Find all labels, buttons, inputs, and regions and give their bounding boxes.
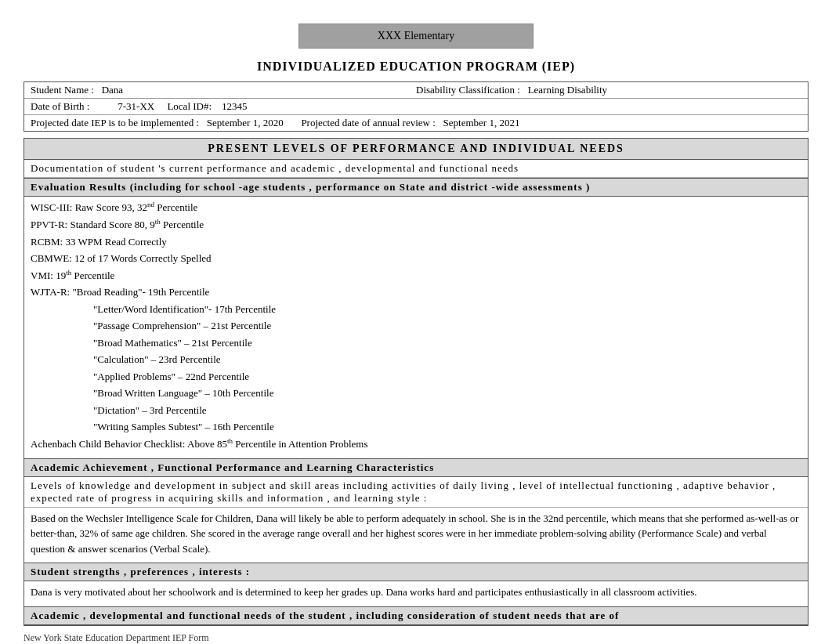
- strengths-subheader-text: Student strengths , preferences , intere…: [31, 566, 250, 577]
- eval-line-3: RCBM: 33 WPM Read Correctly: [31, 234, 801, 250]
- eval-line-10: "Calculation" – 23rd Percentile: [31, 352, 801, 367]
- projected-review-value: September 1, 2021: [443, 117, 520, 128]
- present-levels-title: PRESENT LEVELS OF PERFORMANCE AND INDIVI…: [24, 139, 808, 160]
- strengths-body-text: Dana is very motivated about her schoolw…: [31, 584, 801, 600]
- eval-line-1: WISC-III: Raw Score 93, 32nd Percentile: [31, 200, 801, 215]
- present-levels-section: PRESENT LEVELS OF PERFORMANCE AND INDIVI…: [24, 138, 808, 626]
- dob-cell: Date of Birth : 7-31-XX Local ID#: 12345: [31, 100, 801, 113]
- eval-line-9: "Broad Mathematics" – 21st Percentile: [31, 335, 801, 351]
- dob-value: 7-31-XX: [118, 100, 154, 112]
- eval-line-8: "Passage Comprehension" – 21st Percentil…: [31, 318, 801, 334]
- student-row-1: Student Name : Dana Disability Classific…: [24, 82, 808, 99]
- student-name-label: Student Name :: [31, 84, 94, 96]
- academic-levels-subheader: Levels of knowledge and development in s…: [24, 477, 808, 508]
- school-name-bar: XXX Elementary: [24, 24, 808, 49]
- disability-label: Disability Classification :: [416, 84, 520, 96]
- academic-levels-text: Levels of knowledge and development in s…: [31, 479, 776, 504]
- disability-cell: Disability Classification : Learning Dis…: [416, 84, 801, 96]
- eval-line-12: "Broad Written Language" – 10th Percenti…: [31, 385, 801, 401]
- academic-subheader-text: Academic Achievement , Functional Perfor…: [31, 461, 434, 473]
- local-id-label: Local ID#:: [167, 100, 212, 112]
- eval-line-11: "Applied Problems" – 22nd Percentile: [31, 369, 801, 385]
- eval-line-7: "Letter/Word Identification"- 17th Perce…: [31, 302, 801, 317]
- academic-body-text: Based on the Wechsler Intelligence Scale…: [31, 511, 801, 557]
- local-id-value: 12345: [222, 100, 248, 112]
- eval-line-5: VMI: 19th Percentile: [31, 268, 801, 284]
- doc-subheader: Documentation of student 's current perf…: [24, 160, 808, 178]
- eval-body: WISC-III: Raw Score 93, 32nd Percentile …: [24, 197, 808, 458]
- iep-title: INDIVIDUALIZED EDUCATION PROGRAM (IEP): [24, 60, 808, 74]
- strengths-body: Dana is very motivated about her schoolw…: [24, 581, 808, 606]
- academic-functional-text: Academic , developmental and functional …: [31, 610, 619, 621]
- eval-line-4: CBMWE: 12 of 17 Words Correctly Spelled: [31, 251, 801, 266]
- disability-value: Learning Disability: [528, 84, 607, 96]
- dob-label: Date of Birth :: [31, 100, 89, 112]
- eval-subheader: Evaluation Results (including for school…: [24, 178, 808, 197]
- eval-line-2: PPVT-R: Standard Score 80, 9th Percentil…: [31, 217, 801, 233]
- projected-iep-value: September 1, 2020: [207, 117, 284, 128]
- academic-subheader: Academic Achievement , Functional Perfor…: [24, 458, 808, 477]
- student-name-value: Dana: [102, 84, 123, 96]
- academic-body: Based on the Wechsler Intelligence Scale…: [24, 508, 808, 563]
- school-name-box: XXX Elementary: [298, 24, 534, 49]
- strengths-subheader: Student strengths , preferences , intere…: [24, 563, 808, 581]
- eval-subheader-text: Evaluation Results (including for school…: [31, 181, 590, 193]
- student-row-2: Date of Birth : 7-31-XX Local ID#: 12345: [24, 99, 808, 115]
- eval-line-14: "Writing Samples Subtest" – 16th Percent…: [31, 419, 801, 435]
- eval-line-15: Achenbach Child Behavior Checklist: Abov…: [31, 436, 801, 452]
- student-row-3: Projected date IEP is to be implemented …: [24, 115, 808, 131]
- doc-subheader-text: Documentation of student 's current perf…: [31, 162, 519, 174]
- footer: New York State Education Department IEP …: [24, 632, 808, 644]
- eval-line-13: "Dictation" – 3rd Percentile: [31, 403, 801, 418]
- academic-functional-subheader: Academic , developmental and functional …: [24, 606, 808, 625]
- projected-iep-cell: Projected date IEP is to be implemented …: [31, 117, 801, 129]
- school-name: XXX Elementary: [378, 30, 454, 42]
- projected-review-label: Projected date of annual review :: [301, 117, 435, 128]
- footer-text: New York State Education Department IEP …: [24, 632, 209, 643]
- student-name-cell: Student Name : Dana: [31, 84, 416, 96]
- eval-line-6: WJTA-R: "Broad Reading"- 19th Percentile: [31, 284, 801, 300]
- projected-iep-label: Projected date IEP is to be implemented …: [31, 117, 199, 128]
- student-info-section: Student Name : Dana Disability Classific…: [24, 81, 808, 132]
